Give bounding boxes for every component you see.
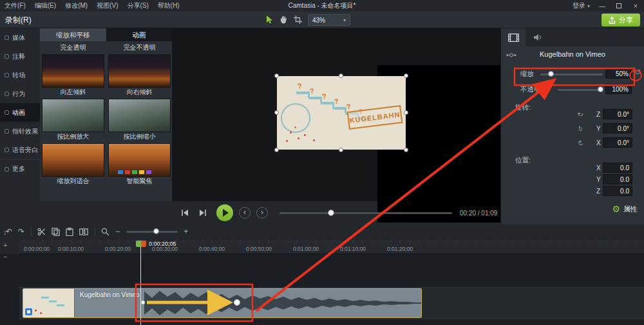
menu-modify[interactable]: 修改(M) <box>61 1 92 10</box>
playhead-in-handle[interactable] <box>136 241 141 247</box>
sidebar-item-cursor-effects[interactable]: 指针效果 <box>0 122 40 141</box>
sidebar-item-animations[interactable]: 动画 <box>0 103 40 122</box>
add-track-button[interactable]: + <box>3 241 7 249</box>
rotation-x-value[interactable]: 0.0° <box>603 137 632 148</box>
properties-toggle-button[interactable]: ⚙ 属性 <box>612 204 638 214</box>
previous-frame-button[interactable] <box>179 208 191 218</box>
scale-value[interactable]: 50% <box>605 68 632 79</box>
clip-thumbnail <box>23 289 75 317</box>
rotation-y-value[interactable]: 0.0° <box>603 123 632 133</box>
tab-animations[interactable]: 动画 <box>106 28 173 41</box>
question-mark: ? <box>309 87 314 95</box>
playhead-line[interactable] <box>140 247 141 325</box>
copy-icon[interactable] <box>52 228 60 236</box>
selection-handle[interactable] <box>274 110 279 115</box>
timeline-zoom-in-button[interactable]: + <box>184 227 188 236</box>
maximize-button[interactable] <box>611 0 627 12</box>
cut-icon[interactable] <box>37 228 46 236</box>
menu-view[interactable]: 视图(V) <box>92 1 122 10</box>
axis-y-label: Y <box>596 125 601 132</box>
remove-track-button[interactable]: − <box>3 253 7 261</box>
animations-panel: 缩放和平移 动画 完全透明 完全不透明 向左倾斜 向右倾斜 按比例放大 按比例缩… <box>40 28 173 201</box>
preset-smart-focus[interactable]: 智能聚焦 <box>108 143 171 186</box>
preset-scale-up[interactable]: 按比例放大 <box>42 99 104 141</box>
sidebar-item-voice-narration[interactable]: 语音旁白 <box>0 141 40 159</box>
timeline-zoom-out-button[interactable]: − <box>115 227 120 236</box>
timeline-zoom-slider[interactable] <box>126 231 178 233</box>
sidebar-item-behaviors[interactable]: 行为 <box>0 84 40 103</box>
record-button[interactable]: 录制(R) <box>5 15 32 26</box>
scale-slider-handle[interactable] <box>548 71 554 77</box>
selection-handle[interactable] <box>339 74 343 78</box>
timeline-ruler[interactable]: 0:00:00;00 0:00:10;00 0:00:20;00 0:00:30… <box>19 240 644 254</box>
selection-handle[interactable] <box>339 148 343 152</box>
crop-tool-icon[interactable] <box>294 15 302 25</box>
canvas-media[interactable]: ? ? ? ? ? ? KUGELBAHN <box>277 76 406 150</box>
rotate-x-icon[interactable]: ↻ <box>575 138 586 149</box>
opacity-value[interactable]: 100% <box>605 84 632 94</box>
selection-handle[interactable] <box>274 74 279 78</box>
preset-tilt-left[interactable]: 向左倾斜 <box>42 54 104 97</box>
sidebar-item-transitions[interactable]: 转场 <box>0 66 40 84</box>
position-label: 位置: <box>515 156 531 165</box>
next-frame-button[interactable] <box>197 208 209 218</box>
preset-tilt-right[interactable]: 向右倾斜 <box>108 54 171 97</box>
menu-file[interactable]: 文件(F) <box>0 1 30 10</box>
opacity-label: 不透明度 <box>520 85 547 94</box>
seek-slider[interactable] <box>279 212 452 214</box>
login-button[interactable]: 登录▾ <box>569 1 594 10</box>
position-x-value[interactable]: 0.0 <box>603 162 632 173</box>
close-button[interactable]: × <box>627 0 644 12</box>
tab-audio-properties[interactable] <box>526 28 550 46</box>
position-z-value[interactable]: 0.0 <box>603 186 632 196</box>
behaviors-icon <box>5 92 9 96</box>
previous-marker-button[interactable]: ‹ <box>239 207 251 219</box>
play-button[interactable] <box>216 204 233 221</box>
playhead[interactable] <box>136 241 146 247</box>
track-resize-icon[interactable]: ↕ <box>3 228 7 236</box>
cursor-tool-icon[interactable] <box>265 15 274 26</box>
rotate-y-icon[interactable]: ↻ <box>578 124 583 133</box>
canvas-zoom-dropdown[interactable]: 43%▾ <box>308 14 350 26</box>
menu-edit[interactable]: 编辑(E) <box>30 1 61 10</box>
timeline-zoom-handle[interactable] <box>153 228 159 234</box>
sidebar-item-media[interactable]: 媒体 <box>0 28 40 47</box>
axis-z-label: Z <box>596 111 600 118</box>
scale-slider[interactable] <box>540 74 603 75</box>
pan-hand-icon[interactable] <box>279 15 288 25</box>
opacity-slider[interactable] <box>558 89 603 91</box>
playhead-out-handle[interactable] <box>141 241 146 247</box>
menu-share[interactable]: 分享(S) <box>122 1 153 10</box>
rotate-z-icon[interactable]: ↻ <box>576 112 585 118</box>
tab-zoom-n-pan[interactable]: 缩放和平移 <box>40 28 106 41</box>
position-y-value[interactable]: 0.0 <box>603 174 632 184</box>
tab-visual-properties[interactable] <box>501 28 526 46</box>
preset-full-opaque[interactable]: 完全不透明 <box>108 43 171 52</box>
clip-title: Kugelbahn on Vimeo <box>80 291 140 299</box>
chevron-down-icon: ▾ <box>587 3 590 9</box>
timeline-tracks: 道 2 Kugelbahn on Vimeo <box>0 254 644 325</box>
seek-handle[interactable] <box>328 210 334 216</box>
selection-handle[interactable] <box>404 148 408 152</box>
minimize-button[interactable]: — <box>594 0 611 12</box>
film-icon <box>508 34 519 42</box>
split-icon[interactable] <box>79 228 88 236</box>
timeline-clip[interactable]: Kugelbahn on Vimeo <box>23 288 422 318</box>
menu-help[interactable]: 帮助(H) <box>153 1 184 10</box>
share-button[interactable]: 分享 <box>601 14 640 26</box>
preset-scale-to-fit[interactable]: 缩放到适合 <box>42 143 104 186</box>
reset-scale-icon[interactable]: ↺ <box>634 68 641 77</box>
sidebar-item-annotations[interactable]: 注释 <box>0 47 40 66</box>
paste-icon[interactable] <box>66 228 73 236</box>
next-marker-button[interactable]: › <box>256 207 268 219</box>
sidebar-item-more[interactable]: 更多 <box>0 159 40 178</box>
opacity-slider-handle[interactable] <box>598 86 603 92</box>
preset-full-transparent[interactable]: 完全透明 <box>42 43 104 52</box>
selection-handle[interactable] <box>404 74 408 78</box>
selection-handle[interactable] <box>274 148 279 152</box>
ruler-tick: 0:00:50;00 <box>246 246 272 252</box>
timeline-search-icon[interactable] <box>101 228 109 236</box>
preset-scale-down[interactable]: 按比例缩小 <box>108 99 171 141</box>
rotation-z-value[interactable]: 0.0° <box>603 109 632 119</box>
selection-handle[interactable] <box>404 110 408 115</box>
